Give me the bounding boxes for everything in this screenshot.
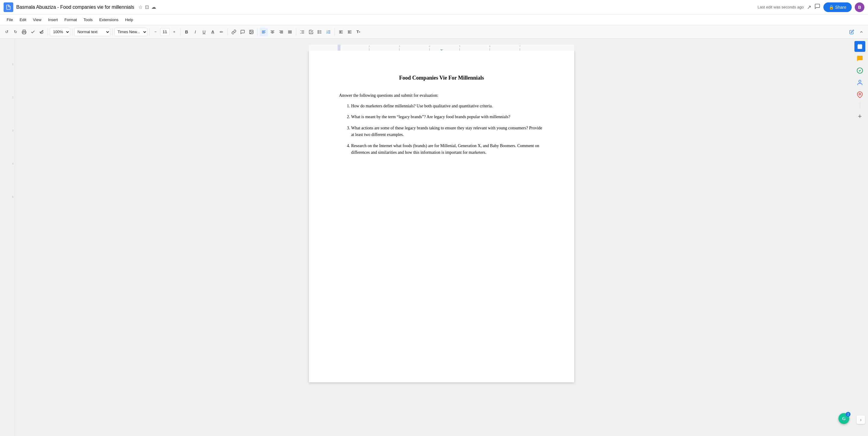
svg-text:4: 4 (429, 45, 430, 48)
bullet-list-button[interactable] (315, 28, 324, 36)
title-right: Last edit was seconds ago ↗ 🔒 Share B (758, 2, 864, 12)
chat-icon[interactable] (855, 53, 865, 64)
app-icon[interactable] (4, 2, 13, 12)
bold-button[interactable]: B (182, 28, 191, 36)
insert-link-button[interactable] (230, 28, 238, 36)
svg-point-2 (250, 31, 251, 31)
ruler-mark-2: 2 (12, 96, 13, 99)
decrease-indent-button[interactable] (337, 28, 345, 36)
tasks-icon[interactable] (855, 65, 865, 76)
numbered-list-button[interactable] (324, 28, 333, 36)
redo-button[interactable]: ↻ (11, 28, 20, 36)
list-item-3[interactable]: What actions are some of these legacy br… (351, 125, 544, 138)
highlight-color-button[interactable]: ✏ (217, 28, 226, 36)
zoom-select[interactable]: 100% 75% 150% (50, 28, 70, 36)
menu-file[interactable]: File (4, 16, 16, 23)
print-button[interactable] (20, 28, 28, 36)
toolbar-fontsize-group: − + (151, 28, 179, 36)
panel-expand-button[interactable]: › (857, 415, 865, 424)
svg-text:6: 6 (489, 45, 491, 48)
font-size-input[interactable] (160, 28, 170, 36)
document-intro[interactable]: Answer the following questions and submi… (339, 93, 544, 98)
italic-button[interactable]: I (191, 28, 199, 36)
align-left-button[interactable] (259, 28, 268, 36)
svg-rect-52 (338, 45, 341, 51)
divider-8 (296, 28, 296, 36)
user-avatar[interactable]: B (855, 2, 864, 12)
comment-icon[interactable] (814, 3, 820, 11)
checklist-button[interactable] (307, 28, 315, 36)
insert-image-button[interactable] (247, 28, 255, 36)
font-size-increase-button[interactable]: + (170, 28, 179, 36)
list-item-4[interactable]: Research on the Internet what foods (bra… (351, 143, 544, 156)
menu-format[interactable]: Format (61, 16, 80, 23)
toolbar-style-group: Normal text Heading 1 Heading 2 (74, 28, 110, 36)
cloud-icon[interactable]: ☁ (151, 4, 156, 10)
toolbar-list-group (298, 28, 333, 36)
main-area: 1 2 3 4 5 1 2 3 4 5 6 (0, 38, 868, 436)
divider-7 (257, 28, 258, 36)
menu-edit[interactable]: Edit (17, 16, 29, 23)
divider-2 (72, 28, 72, 36)
edit-button-area (847, 28, 866, 36)
insert-comment-button[interactable] (239, 28, 247, 36)
doc-area[interactable]: 1 2 3 4 5 6 7 (15, 38, 868, 436)
menu-insert[interactable]: Insert (45, 16, 61, 23)
svg-point-25 (318, 30, 318, 31)
document-title[interactable]: Food Companies Vie For Millennials (339, 75, 544, 81)
divider-5 (180, 28, 181, 36)
line-spacing-button[interactable] (298, 28, 307, 36)
increase-indent-button[interactable] (345, 28, 354, 36)
toolbar-right (847, 28, 866, 36)
underline-button[interactable]: U (200, 28, 208, 36)
svg-point-26 (318, 32, 318, 32)
spellcheck-button[interactable] (29, 28, 37, 36)
right-panel-divider (860, 103, 860, 109)
clear-formatting-button[interactable]: Tx (354, 28, 363, 36)
toolbar-zoom-group: 100% 75% 150% (50, 28, 70, 36)
grammarly-badge: 2 (846, 412, 850, 417)
font-size-decrease-button[interactable]: − (151, 28, 160, 36)
grammarly-button[interactable]: G 2 (838, 413, 849, 424)
svg-text:5: 5 (459, 45, 461, 48)
paragraph-style-select[interactable]: Normal text Heading 1 Heading 2 (74, 28, 110, 36)
collapse-toolbar-button[interactable] (857, 28, 866, 36)
add-addon-button[interactable]: + (855, 111, 865, 122)
svg-text:7: 7 (519, 45, 521, 48)
top-ruler: 1 2 3 4 5 6 7 (309, 45, 574, 51)
menu-view[interactable]: View (30, 16, 44, 23)
align-center-button[interactable] (268, 28, 277, 36)
menu-help[interactable]: Help (122, 16, 136, 23)
title-bar: Basmala Abuaziza - Food companies vie fo… (0, 0, 868, 14)
ruler-mark-1: 1 (12, 63, 13, 66)
toolbar: ↺ ↻ 100% 75% 150% Normal text (0, 25, 868, 38)
toolbar-font-group: Times New... Arial Verdana (114, 28, 147, 36)
trending-icon[interactable]: ↗ (807, 4, 811, 10)
list-item-1[interactable]: How do marketers define millennials? Use… (351, 103, 544, 110)
svg-point-66 (859, 93, 861, 95)
divider-3 (112, 28, 113, 36)
undo-button[interactable]: ↺ (2, 28, 11, 36)
share-button[interactable]: 🔒 Share (824, 2, 852, 12)
toolbar-indent-group: Tx (337, 28, 363, 36)
menu-tools[interactable]: Tools (81, 16, 96, 23)
right-panel-icons: 31 + (852, 38, 867, 124)
folder-icon[interactable]: ⊡ (145, 4, 149, 10)
menu-extensions[interactable]: Extensions (96, 16, 121, 23)
svg-text:3: 3 (399, 45, 400, 48)
star-icon[interactable]: ☆ (138, 4, 143, 10)
maps-icon[interactable] (855, 89, 865, 100)
divider-1 (48, 28, 48, 36)
align-right-button[interactable] (277, 28, 285, 36)
text-color-button[interactable]: A (209, 28, 217, 36)
align-justify-button[interactable] (286, 28, 294, 36)
divider-6 (227, 28, 228, 36)
calendar-icon[interactable]: 31 (855, 41, 865, 52)
paint-format-button[interactable] (37, 28, 46, 36)
edit-mode-button[interactable] (847, 28, 856, 36)
contacts-icon[interactable] (855, 77, 865, 88)
list-item-2[interactable]: What is meant by the term “legacy brands… (351, 114, 544, 120)
document-page[interactable]: Food Companies Vie For Millennials Answe… (309, 51, 574, 382)
font-family-select[interactable]: Times New... Arial Verdana (114, 28, 147, 36)
svg-point-27 (318, 33, 318, 33)
